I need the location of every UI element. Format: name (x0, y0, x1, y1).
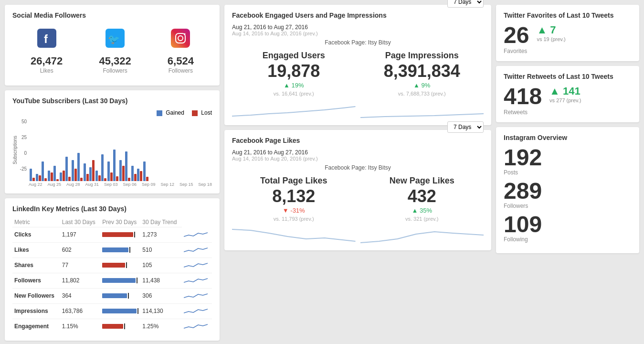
bar-group (107, 161, 113, 181)
engaged-users-sparkline (232, 99, 356, 118)
page-impressions-prev: vs. 7,688,733 (prev.) (360, 91, 484, 97)
lost-bar (74, 169, 77, 181)
bar-divider (137, 278, 137, 283)
trend-cell (182, 288, 212, 303)
page-impressions-change: ▲ 9% (360, 82, 484, 89)
dashboard: Social Media Followers f 26,472 Likes (5, 5, 639, 344)
bar-group (60, 171, 65, 181)
twitter-icon: 🐦 (99, 29, 131, 52)
bar-group (101, 154, 106, 181)
page-impressions-value: 8,391,834 (360, 63, 484, 80)
bar-group (30, 169, 35, 181)
table-row: New Followers364306 (12, 288, 212, 303)
fb-likes-page: Facebook Page: Itsy Bitsy (232, 164, 484, 171)
gained-bar (42, 161, 44, 181)
fb-engaged-dropdown[interactable]: 7 Days (447, 0, 484, 8)
bar-divider (124, 323, 125, 329)
instagram-icon (168, 29, 194, 52)
engaged-users-title: Engaged Users (232, 51, 356, 61)
facebook-stat: f 26,472 Likes (31, 29, 63, 74)
gained-bar (77, 153, 80, 181)
last30-cell: 77 (60, 258, 101, 273)
lost-bar (104, 178, 106, 181)
engaged-users-metric: Engaged Users 19,878 ▲ 19% vs. 16,641 (p… (232, 51, 356, 118)
twitter-fav-title: Twitter Favorites of Last 10 Tweets (504, 11, 632, 19)
bar-group (143, 161, 148, 181)
table-row: Shares77105 (12, 258, 212, 273)
svg-text:f: f (44, 32, 48, 45)
bar-group (131, 166, 137, 181)
twitter-count: 45,322 (99, 55, 131, 67)
ig-stat-label: Following (504, 236, 632, 243)
last30-cell: 11,802 (60, 273, 101, 288)
last30-cell: 602 (60, 242, 101, 258)
bar-cell (100, 242, 140, 258)
new-page-likes-change: ▲ 35% (360, 207, 484, 214)
left-column: Social Media Followers f 26,472 Likes (5, 5, 220, 341)
prev30-cell: 306 (140, 288, 182, 303)
bar-group (77, 153, 83, 181)
twitter-label: Followers (99, 67, 131, 74)
gained-bar (125, 151, 127, 181)
col-trend: 30 Day Trend (140, 217, 182, 227)
fb-likes-date-prev: Aug 14, 2016 to Aug 20, 2016 (prev.) (232, 156, 484, 161)
col-metric: Metric (12, 217, 60, 227)
table-row: Impressions163,786114,130 (12, 303, 212, 319)
mini-bar (102, 232, 133, 237)
fb-engaged-panel: 7 Days Facebook Engaged Users and Page I… (224, 5, 491, 125)
svg-rect-4 (171, 29, 190, 48)
last30-cell: 1,197 (60, 227, 101, 243)
total-page-likes-title: Total Page Likes (232, 176, 356, 186)
trend-cell (182, 258, 212, 273)
fb-likes-date: Aug 21, 2016 to Aug 27, 2016 (232, 149, 484, 156)
fb-engaged-date: Aug 21, 2016 to Aug 27, 2016 (232, 24, 484, 31)
lost-bar (68, 177, 71, 181)
bar-divider (129, 247, 130, 253)
twitter-rt-title: Twitter Retweets of Last 10 Tweets (504, 73, 632, 80)
social-title: Social Media Followers (12, 11, 212, 19)
prev30-cell: 114,130 (140, 303, 182, 319)
fb-likes-dropdown[interactable]: 7 Days (447, 121, 484, 133)
youtube-panel: YouTube Subscribers (Last 30 Days) Gaine… (5, 90, 220, 194)
fb-engaged-title: Facebook Engaged Users and Page Impressi… (232, 11, 484, 19)
bar-group (53, 166, 59, 181)
new-page-likes-value: 432 (360, 188, 484, 205)
fb-engaged-controls[interactable]: 7 Days (447, 0, 484, 8)
gained-bar (36, 174, 38, 181)
bar-cell (100, 273, 140, 288)
bar-group (95, 171, 101, 181)
gained-bar (72, 160, 74, 181)
bar-group (119, 160, 125, 181)
new-page-likes-metric: New Page Likes 432 ▲ 35% vs. 321 (prev.) (360, 176, 484, 244)
lost-dot (192, 110, 198, 116)
bar-cell (100, 227, 140, 243)
gained-bar (53, 166, 56, 181)
prev30-cell: 510 (140, 242, 182, 258)
lost-bar (92, 160, 95, 181)
total-page-likes-change: ▼ -31% (232, 207, 356, 214)
last30-cell: 163,786 (60, 303, 101, 319)
lost-bar (110, 172, 113, 181)
svg-point-7 (184, 33, 186, 35)
mini-bar (102, 324, 123, 329)
svg-text:🐦: 🐦 (108, 33, 120, 45)
bar-group (65, 157, 71, 181)
bar-group (36, 174, 41, 181)
list-item: 192Posts (504, 146, 632, 176)
total-page-likes-sparkline (232, 225, 356, 244)
gained-bar (131, 166, 134, 181)
twitter-fav-delta-val: ▲ 7 (537, 24, 565, 36)
bar-group (84, 163, 89, 181)
lost-bar (63, 171, 65, 181)
twitter-fav-delta: ▲ 7 vs 19 (prev.) (537, 24, 565, 42)
twitter-stat: 🐦 45,322 Followers (99, 29, 131, 74)
twitter-fav-label: Favorites (504, 48, 529, 54)
metric-name-cell: Followers (12, 273, 60, 288)
linkedin-header-row: Metric Last 30 Days Prev 30 Days 30 Day … (12, 217, 212, 227)
instagram-overview-title: Instagram Overview (504, 134, 632, 141)
fb-likes-controls[interactable]: 7 Days (447, 121, 484, 133)
trend-cell (182, 303, 212, 319)
trend-cell (182, 319, 212, 334)
gained-legend: Gained (157, 109, 184, 116)
lost-bar (56, 179, 59, 181)
